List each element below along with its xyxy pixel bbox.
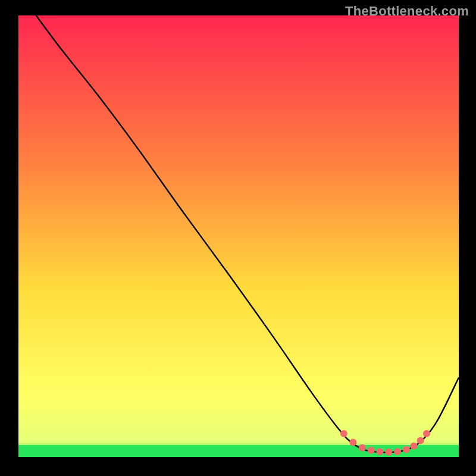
highlight-dot <box>403 446 410 453</box>
highlight-dot <box>377 448 384 455</box>
highlight-dot <box>411 442 418 449</box>
plot-background <box>18 15 459 457</box>
plot-green-band <box>18 445 459 457</box>
highlight-dot <box>340 430 347 437</box>
highlight-dot <box>423 430 430 437</box>
chart-stage: TheBottleneck.com <box>0 0 476 476</box>
highlight-dot <box>394 448 401 455</box>
watermark-text: TheBottleneck.com <box>345 4 469 19</box>
highlight-dot <box>385 449 392 456</box>
highlight-dot <box>368 447 375 454</box>
highlight-dot <box>349 439 356 446</box>
highlight-dot <box>359 444 366 451</box>
bottleneck-chart <box>0 0 476 476</box>
highlight-dot <box>417 437 424 444</box>
